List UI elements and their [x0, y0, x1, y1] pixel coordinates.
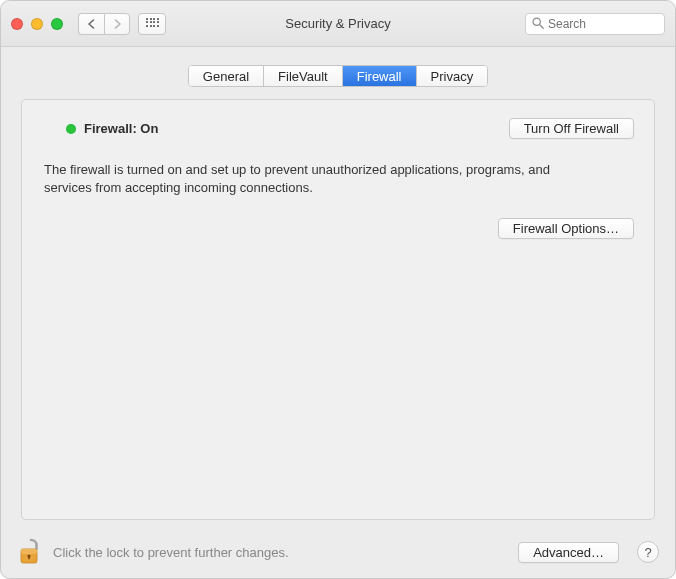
window-controls	[11, 18, 63, 30]
tab-bar: General FileVault Firewall Privacy	[188, 65, 488, 87]
firewall-description: The firewall is turned on and set up to …	[44, 161, 564, 196]
forward-button[interactable]	[104, 13, 130, 35]
lock-message: Click the lock to prevent further change…	[53, 545, 289, 560]
status-indicator-icon	[66, 124, 76, 134]
lock-icon[interactable]	[17, 537, 43, 567]
window-title: Security & Privacy	[285, 16, 390, 31]
preferences-window: Security & Privacy General FileVault Fir…	[0, 0, 676, 579]
tab-filevault[interactable]: FileVault	[264, 66, 343, 86]
firewall-status-label: Firewall: On	[84, 121, 158, 136]
advanced-button[interactable]: Advanced…	[518, 542, 619, 563]
firewall-status-row: Firewall: On Turn Off Firewall	[66, 118, 634, 139]
tab-firewall[interactable]: Firewall	[343, 66, 417, 86]
search-icon	[531, 16, 545, 30]
content-area: General FileVault Firewall Privacy Firew…	[1, 47, 675, 530]
maximize-icon[interactable]	[51, 18, 63, 30]
options-row: Firewall Options…	[42, 218, 634, 239]
firewall-pane: Firewall: On Turn Off Firewall The firew…	[21, 99, 655, 520]
titlebar: Security & Privacy	[1, 1, 675, 47]
chevron-right-icon	[113, 19, 122, 29]
close-icon[interactable]	[11, 18, 23, 30]
footer: Click the lock to prevent further change…	[1, 530, 675, 578]
chevron-left-icon	[87, 19, 96, 29]
tab-general[interactable]: General	[189, 66, 264, 86]
svg-rect-3	[21, 549, 37, 554]
firewall-options-button[interactable]: Firewall Options…	[498, 218, 634, 239]
nav-buttons	[78, 13, 130, 35]
tab-privacy[interactable]: Privacy	[417, 66, 488, 86]
help-button[interactable]: ?	[637, 541, 659, 563]
svg-rect-5	[28, 556, 30, 559]
turn-off-firewall-button[interactable]: Turn Off Firewall	[509, 118, 634, 139]
minimize-icon[interactable]	[31, 18, 43, 30]
svg-line-1	[540, 25, 544, 29]
grid-icon	[146, 18, 158, 30]
search-wrap	[525, 13, 665, 35]
show-all-button[interactable]	[138, 13, 166, 35]
svg-point-0	[533, 18, 540, 25]
search-input[interactable]	[525, 13, 665, 35]
back-button[interactable]	[78, 13, 104, 35]
